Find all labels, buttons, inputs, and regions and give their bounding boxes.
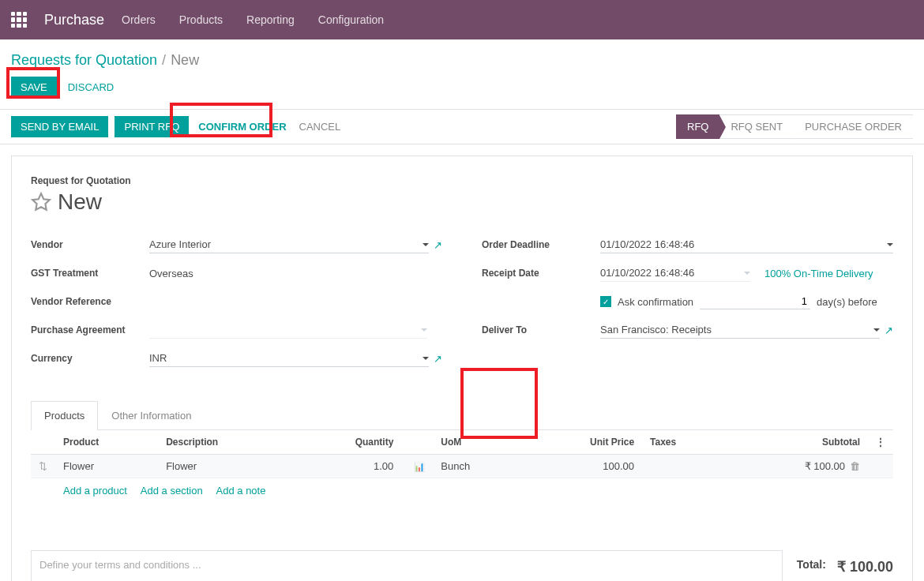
tab-other-information[interactable]: Other Information	[98, 401, 205, 429]
col-taxes[interactable]: Taxes	[642, 430, 726, 455]
cell-subtotal: ₹ 100.00🗑	[726, 455, 868, 478]
external-link-icon[interactable]: ↗	[434, 353, 442, 365]
on-time-delivery-link[interactable]: 100% On-Time Delivery	[764, 268, 873, 279]
col-subtotal[interactable]: Subtotal	[726, 430, 868, 455]
deliver-to-field[interactable]	[600, 321, 880, 339]
status-rfq-sent[interactable]: RFQ SENT	[719, 114, 794, 139]
confirm-order-button[interactable]: CONFIRM ORDER	[195, 116, 289, 137]
discard-button[interactable]: DISCARD	[65, 77, 118, 98]
chevron-down-icon[interactable]	[423, 243, 429, 246]
form-card: Request for Quotation New Vendor ↗ GST T…	[11, 156, 913, 581]
chevron-down-icon[interactable]	[887, 243, 893, 246]
toolbar: SAVE DISCARD	[11, 77, 913, 98]
total-row: Total: ₹ 100.00	[783, 550, 893, 581]
gst-value: Overseas	[149, 265, 193, 282]
breadcrumb: Requests for Quotation / New	[11, 47, 913, 69]
col-product[interactable]: Product	[55, 430, 158, 455]
nav-menu: Orders Products Reporting Configuration	[122, 13, 384, 26]
tabs: Products Other Information	[31, 401, 893, 430]
star-icon[interactable]	[31, 192, 51, 212]
breadcrumb-link[interactable]: Requests for Quotation	[11, 52, 157, 69]
label-agreement: Purchase Agreement	[31, 324, 149, 335]
cell-uom[interactable]: Bunch	[433, 455, 522, 478]
drag-handle-icon[interactable]: ⇅	[31, 455, 55, 478]
nav-orders[interactable]: Orders	[122, 13, 156, 26]
total-label: Total:	[797, 558, 826, 571]
status-bar: RFQ RFQ SENT PURCHASE ORDER	[676, 114, 913, 139]
chevron-down-icon[interactable]	[421, 328, 427, 332]
chevron-down-icon[interactable]	[744, 272, 750, 275]
receipt-date-field[interactable]	[600, 264, 750, 282]
external-link-icon[interactable]: ↗	[434, 239, 442, 251]
add-product-link[interactable]: Add a product	[63, 485, 127, 497]
add-row: Add a product Add a section Add a note	[31, 478, 893, 504]
terms-textarea[interactable]: Define your terms and conditions ...	[31, 550, 783, 581]
nav-products[interactable]: Products	[179, 13, 223, 26]
trash-icon[interactable]: 🗑	[850, 460, 860, 472]
topbar: Purchase Orders Products Reporting Confi…	[0, 0, 924, 39]
col-options-icon[interactable]: ⋮	[868, 430, 893, 455]
print-rfq-button[interactable]: PRINT RFQ	[115, 116, 189, 137]
chevron-down-icon[interactable]	[423, 357, 429, 360]
products-table: Product Description Quantity UoM Unit Pr…	[31, 430, 893, 503]
label-receipt-date: Receipt Date	[482, 268, 600, 279]
nav-configuration[interactable]: Configuration	[318, 13, 384, 26]
svg-marker-0	[32, 193, 50, 210]
agreement-field[interactable]	[149, 321, 427, 339]
label-order-deadline: Order Deadline	[482, 239, 600, 250]
send-email-button[interactable]: SEND BY EMAIL	[11, 116, 108, 137]
add-section-link[interactable]: Add a section	[141, 485, 203, 497]
cell-description[interactable]: Flower	[158, 455, 293, 478]
tab-products[interactable]: Products	[31, 401, 98, 430]
col-unit-price[interactable]: Unit Price	[523, 430, 642, 455]
col-description[interactable]: Description	[158, 430, 293, 455]
chevron-down-icon[interactable]	[873, 328, 880, 332]
status-rfq[interactable]: RFQ	[676, 114, 719, 139]
label-deliver-to: Deliver To	[482, 324, 600, 335]
table-row[interactable]: ⇅ Flower Flower 1.00 📊 Bunch 100.00 ₹ 10…	[31, 455, 893, 478]
cell-taxes[interactable]	[642, 455, 726, 478]
cell-quantity[interactable]: 1.00	[294, 455, 402, 478]
ask-confirmation-checkbox[interactable]: ✓	[600, 296, 611, 307]
app-title[interactable]: Purchase	[44, 12, 104, 28]
col-uom[interactable]: UoM	[433, 430, 522, 455]
label-vendor: Vendor	[31, 239, 149, 250]
apps-icon[interactable]	[11, 12, 27, 28]
cell-product[interactable]: Flower	[55, 455, 158, 478]
label-gst: GST Treatment	[31, 268, 149, 279]
breadcrumb-current: New	[171, 52, 199, 69]
cell-unit-price[interactable]: 100.00	[523, 455, 642, 478]
label-currency: Currency	[31, 353, 149, 364]
cancel-button[interactable]: CANCEL	[296, 116, 344, 137]
ask-confirmation-label: Ask confirmation	[618, 296, 693, 308]
nav-reporting[interactable]: Reporting	[246, 13, 295, 26]
total-value: ₹ 100.00	[837, 558, 893, 575]
forecast-icon[interactable]: 📊	[414, 462, 425, 471]
save-button[interactable]: SAVE	[11, 77, 57, 98]
form-title: New	[58, 189, 102, 215]
days-suffix: day(s) before	[817, 296, 877, 308]
days-before-input[interactable]	[700, 294, 810, 309]
vendor-field[interactable]	[149, 236, 429, 253]
order-deadline-field[interactable]	[600, 236, 893, 253]
col-quantity[interactable]: Quantity	[294, 430, 402, 455]
currency-field[interactable]	[149, 350, 429, 367]
form-title-label: Request for Quotation	[31, 175, 893, 186]
action-bar: SEND BY EMAIL PRINT RFQ CONFIRM ORDER CA…	[0, 109, 924, 144]
add-note-link[interactable]: Add a note	[216, 485, 266, 497]
breadcrumb-separator: /	[162, 52, 166, 69]
label-vendor-ref: Vendor Reference	[31, 296, 149, 307]
status-purchase-order[interactable]: PURCHASE ORDER	[794, 114, 913, 139]
external-link-icon[interactable]: ↗	[885, 324, 893, 336]
